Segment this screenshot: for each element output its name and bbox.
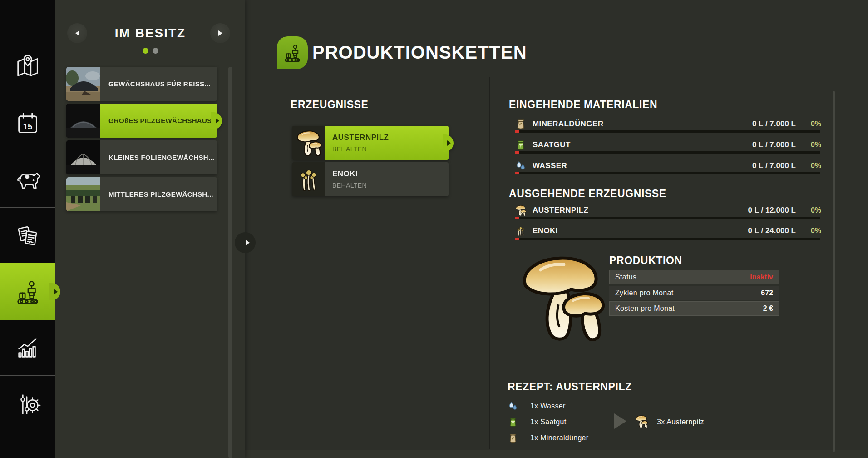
input-row-mineralduenger: MINERALDÜNGER 0 L / 7.000 L 0% (509, 118, 821, 130)
product-name: ENOKI (332, 169, 449, 179)
output-row-austernpilz: AUSTERNPILZ 0 L / 12.000 L 0% (509, 204, 821, 216)
product-item-enoki[interactable]: ENOKI BEHALTEN (292, 162, 449, 196)
page-dot-1[interactable] (143, 48, 148, 54)
contracts-icon (14, 221, 42, 249)
owned-buildings-list: GEWÄCHSHAUS FÜR REISS... GROßES PILZGEWÄ… (66, 67, 217, 214)
list-item-small-foil-greenhouse[interactable]: KLEINES FOLIENGEWÄCHSH... (66, 140, 217, 174)
inputs-heading: EINGEHENDE MATERIALIEN (509, 99, 657, 111)
bottom-divider (253, 450, 845, 450)
svg-text:15: 15 (23, 122, 32, 131)
production-heading: PRODUKTION (609, 254, 682, 267)
enoki-mushroom-icon (515, 225, 527, 237)
sidebar-item-calendar[interactable]: 15 (0, 95, 55, 152)
fertilizer-icon (508, 433, 518, 443)
main-menu-sidebar: 15 (0, 0, 55, 458)
owned-buildings-panel: IM BESITZ GEWÄCHSHAUS FÜR REISS... GROßE… (55, 0, 245, 458)
fill-percent: 0% (796, 141, 821, 149)
progress-bar (515, 217, 820, 219)
building-label: GROßES PILZGEWÄCHSHAUS (100, 104, 217, 138)
progress-bar (515, 238, 820, 240)
panel-collapse-handle[interactable] (235, 232, 256, 253)
outputs-heading: AUSGEHENDE ERZEUGNISSE (509, 188, 666, 200)
progress-bar (515, 172, 820, 174)
content-scrollbar[interactable] (833, 91, 835, 452)
fill-level: 0 L / 7.000 L (752, 161, 796, 170)
fertilizer-icon (515, 118, 527, 130)
sidebar-item-statistics[interactable] (0, 320, 55, 375)
recipe-heading: REZEPT: AUSTERNPILZ (508, 381, 632, 393)
sidebar-item-production[interactable] (0, 263, 55, 320)
building-thumbnail (66, 104, 100, 138)
building-thumbnail (66, 67, 100, 101)
recipe-ingredient-saatgut: 1x Saatgut (508, 416, 567, 428)
fill-percent: 0% (796, 206, 821, 214)
list-item-medium-mushroom-greenhouse[interactable]: MITTLERES PILZGEWÄCHSH... (66, 177, 217, 211)
input-row-wasser: WASSER 0 L / 7.000 L 0% (509, 160, 821, 172)
fill-level: 0 L / 24.000 L (748, 226, 796, 235)
buildings-scrollbar[interactable] (228, 67, 232, 458)
recipe-result: 3x Austernpilz (657, 418, 704, 426)
list-item-greenhouse-rice[interactable]: GEWÄCHSHAUS FÜR REISS... (66, 67, 217, 101)
oyster-mushroom-illustration (518, 250, 607, 348)
bottom-band (245, 450, 868, 458)
status-value: Inaktiv (750, 273, 773, 281)
sidebar-item-map[interactable] (0, 36, 55, 95)
production-icon (14, 278, 42, 306)
production-badge-icon (277, 36, 308, 69)
costs-value: 2 € (763, 304, 773, 313)
recipe-ingredient-wasser: 1x Wasser (508, 400, 566, 412)
recipe-ingredient-mineralduenger: 1x Mineraldünger (508, 432, 588, 444)
water-icon (515, 160, 527, 172)
building-label: KLEINES FOLIENGEWÄCHSH... (100, 140, 217, 174)
selected-item-notch (443, 134, 454, 152)
page-dots (55, 48, 245, 54)
building-label: GEWÄCHSHAUS FÜR REISS... (100, 67, 217, 101)
production-row-cycles[interactable]: Zyklen pro Monat 672 (609, 286, 779, 300)
map-icon (14, 52, 42, 80)
production-row-status[interactable]: Status Inaktiv (609, 270, 779, 284)
seeds-icon (515, 139, 527, 151)
oyster-mushroom-icon (635, 414, 648, 431)
cycles-value: 672 (761, 289, 773, 297)
page-dot-2[interactable] (153, 48, 158, 54)
fill-level: 0 L / 12.000 L (748, 206, 796, 215)
settings-icon (14, 390, 42, 418)
fill-level: 0 L / 7.000 L (752, 119, 796, 129)
water-icon (508, 401, 518, 412)
production-chains-content: PRODUKTIONSKETTEN ERZEUGNISSE AUSTERNPIL… (245, 0, 868, 458)
oyster-mushroom-icon (292, 126, 326, 160)
input-row-saatgut: SAATGUT 0 L / 7.000 L 0% (509, 139, 821, 151)
sidebar-item-animals[interactable] (0, 152, 55, 207)
building-thumbnail (66, 140, 100, 174)
recipe-arrow-icon (614, 413, 626, 429)
building-thumbnail (66, 177, 100, 211)
list-item-large-mushroom-greenhouse[interactable]: GROßES PILZGEWÄCHSHAUS (66, 104, 217, 138)
column-divider (489, 77, 490, 449)
product-mode: BEHALTEN (332, 145, 449, 153)
page-title: PRODUKTIONSKETTEN (312, 42, 527, 63)
arrow-right-icon (246, 240, 250, 245)
seeds-icon (508, 417, 518, 428)
output-row-enoki: ENOKI 0 L / 24.000 L 0% (509, 225, 821, 237)
product-mode: BEHALTEN (332, 182, 449, 189)
selected-item-notch (211, 112, 222, 129)
sidebar-item-contracts[interactable] (0, 208, 55, 263)
panel-title: IM BESITZ (55, 26, 245, 40)
progress-bar (515, 151, 820, 154)
stats-icon (14, 334, 42, 362)
product-item-austernpilz[interactable]: AUSTERNPILZ BEHALTEN (292, 126, 449, 160)
products-heading: ERZEUGNISSE (291, 99, 368, 111)
fill-percent: 0% (796, 162, 821, 170)
production-chains-screen: 15 (0, 0, 868, 458)
fill-percent: 0% (796, 227, 821, 235)
production-row-costs[interactable]: Kosten pro Monat 2 € (609, 301, 779, 316)
enoki-mushroom-icon (292, 162, 326, 196)
cow-icon (14, 166, 42, 194)
oyster-mushroom-icon (515, 204, 527, 217)
building-label: MITTLERES PILZGEWÄCHSH... (100, 177, 217, 211)
product-name: AUSTERNPILZ (332, 133, 449, 142)
progress-bar (515, 130, 820, 133)
calendar-icon: 15 (14, 110, 42, 138)
fill-level: 0 L / 7.000 L (752, 140, 796, 149)
sidebar-item-settings[interactable] (0, 376, 55, 433)
